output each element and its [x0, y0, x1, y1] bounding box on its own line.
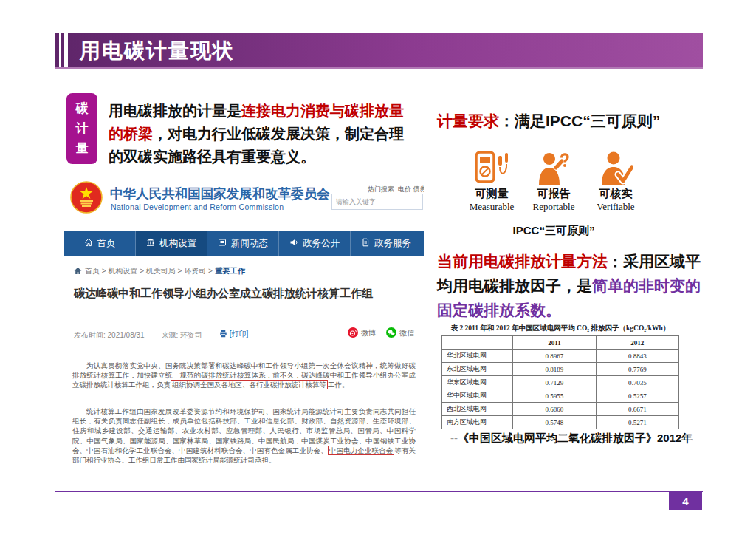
- title-stripe-icon: [59, 33, 61, 67]
- org-name-cn: 中华人民共和国国家发展和改革委员会: [110, 185, 330, 202]
- intro-paragraph: 用电碳排放的计量是连接电力消费与碳排放量的桥梁，对电力行业低碳发展决策，制定合理…: [109, 100, 413, 168]
- emission-factor-table-block: 表 2 2011 年和 2012 年中国区域电网平均 CO₂ 排放因子（kgCO…: [441, 324, 679, 429]
- principle-reportable: 可报告 Reportable: [523, 146, 584, 213]
- breadcrumb[interactable]: 首页 > 机构设置 > 机关司局 > 环资司 > 重要工作: [74, 266, 245, 276]
- org-name-en: National Development and Reform Commissi…: [111, 202, 284, 211]
- region-cell: 西北区域电网: [442, 403, 513, 416]
- table-row: 华东区域电网 0.7129 0.7035: [442, 376, 679, 389]
- article-title: 碳达峰碳中和工作领导小组办公室成立碳排放统计核算工作组: [74, 287, 413, 301]
- value-cell: 0.5257: [596, 389, 678, 403]
- source-note-text: 《中国区域电网平均二氧化碳排放因子》2012年: [458, 432, 693, 444]
- multimeter-icon: [473, 146, 510, 185]
- footer-divider: [55, 491, 703, 492]
- megaphone-icon: [289, 238, 298, 249]
- value-cell: 0.6860: [513, 403, 596, 416]
- method-paragraph: 当前用电碳排放计量方法：采用区域平均用电碳排放因子，是简单的非时变的固定碳排放系…: [437, 249, 710, 322]
- emission-table: 2011 2012 华北区域电网 0.8967 0.8843 东北区域电网 0.…: [441, 335, 679, 429]
- header-2012: 2012: [596, 336, 678, 350]
- value-cell: 0.8189: [513, 363, 596, 376]
- article-paragraph-2: 统计核算工作组由国家发展改革委资源节约和环境保护司、国家统计局能源统计司主要负责…: [72, 406, 416, 463]
- table-header-row: 2011 2012: [442, 336, 679, 350]
- print-label: [打印]: [230, 329, 249, 339]
- principle-label-cn: 可测量: [475, 187, 509, 201]
- breadcrumb-path: 首页 > 机构设置 > 机关司局 > 环资司 >: [85, 266, 213, 276]
- ndrc-website-screenshot: 中华人民共和国国家发展和改革委员会 National Development a…: [64, 176, 424, 463]
- table-row: 东北区域电网 0.8189 0.7769: [442, 363, 679, 376]
- table-row: 华北区域电网 0.8967 0.8843: [442, 350, 679, 363]
- slide-title-bar: 用电碳计量现状: [55, 33, 703, 69]
- table-row: 华中区域电网 0.5955 0.5257: [442, 389, 679, 403]
- header-2011: 2011: [513, 336, 596, 350]
- title-stripe-icon: [64, 33, 68, 67]
- region-cell: 华中区域电网: [442, 389, 513, 403]
- page-title: 用电碳计量现状: [80, 37, 235, 65]
- nav-item-services[interactable]: 政务服务: [351, 231, 422, 256]
- header-region: [442, 336, 513, 350]
- share-buttons: 微博 微信: [348, 327, 414, 339]
- nav-item-disclosure[interactable]: 政务公开: [279, 231, 351, 256]
- carbon-tag-label: 碳计量: [75, 98, 89, 158]
- principle-label-en: Reportable: [532, 201, 574, 213]
- emission-table-title: 表 2 2011 年和 2012 年中国区域电网平均 CO₂ 排放因子（kgCO…: [441, 324, 679, 333]
- principle-verifiable: 可核实 Verifiable: [585, 146, 646, 213]
- nav-item-organization[interactable]: 机构设置: [136, 231, 207, 256]
- search-input[interactable]: [331, 194, 423, 210]
- paragraph-text: 工作。: [328, 381, 349, 389]
- principle-label-cn: 可核实: [599, 187, 633, 201]
- value-cell: 0.7035: [596, 376, 678, 389]
- nav-item-news[interactable]: 新闻动态: [207, 231, 279, 256]
- value-cell: 0.7129: [513, 376, 596, 389]
- person-check-icon: [599, 146, 633, 185]
- wechat-share-button[interactable]: 微信: [386, 327, 414, 339]
- source-note: --《中国区域电网平均二氧化碳排放因子》2012年: [450, 432, 693, 446]
- breadcrumb-current: 重要工作: [216, 266, 245, 276]
- slide-canvas: 用电碳计量现状 碳计量 用电碳排放的计量是连接电力消费与碳排放量的桥梁，对电力行…: [0, 0, 756, 535]
- value-cell: 0.7769: [596, 363, 678, 376]
- table-row: 西北区域电网 0.6860 0.6671: [442, 403, 679, 416]
- region-cell: 华东区域电网: [442, 376, 513, 389]
- principle-label-en: Measurable: [470, 201, 515, 213]
- source-label: 来源: 环资司: [161, 331, 202, 339]
- site-nav: 首页 机构设置 新闻动态 政务公开 政务服务: [64, 231, 424, 256]
- nav-item-label: 政务服务: [374, 237, 411, 250]
- page-number: 4: [669, 492, 702, 510]
- principle-measurable: 可测量 Measurable: [461, 146, 522, 213]
- carbon-metering-tag: 碳计量: [66, 93, 97, 164]
- print-button[interactable]: [打印]: [219, 329, 249, 339]
- home-icon: [74, 267, 82, 276]
- bank-icon: [146, 238, 155, 249]
- principle-label-cn: 可报告: [537, 187, 571, 201]
- region-cell: 南方区域电网: [442, 416, 513, 429]
- ipcc-caption: IPCC“三可原则”: [458, 224, 650, 238]
- document-icon: [361, 238, 370, 249]
- weibo-share-button[interactable]: 微博: [348, 327, 376, 339]
- value-cell: 0.6671: [596, 403, 678, 416]
- requirements-heading-red: 计量要求: [437, 112, 499, 129]
- red-box-highlight: 组织协调全国及各地区、各行业碳排放统计核算等: [171, 380, 328, 389]
- weibo-label: 微博: [361, 328, 376, 338]
- requirements-heading-rest: ：满足IPCC“三可原则”: [499, 112, 660, 129]
- source-note-dash: --: [450, 432, 458, 444]
- red-box-highlight: 中国电力企业联合会: [328, 446, 394, 455]
- publish-date: 发布时间: 2021/08/31: [74, 331, 145, 339]
- intro-rest: ，对电力行业低碳发展决策，制定合理的双碳实施路径具有重要意义。: [109, 126, 404, 165]
- nav-item-label: 新闻动态: [231, 237, 268, 250]
- national-emblem-icon: [70, 181, 103, 217]
- value-cell: 0.5271: [596, 416, 678, 429]
- value-cell: 0.5748: [513, 416, 596, 429]
- value-cell: 0.8843: [596, 350, 678, 363]
- value-cell: 0.8967: [513, 350, 596, 363]
- weibo-icon: [348, 327, 358, 339]
- region-cell: 华北区域电网: [442, 350, 513, 363]
- article-meta: 发布时间: 2021/08/31 来源: 环资司 [打印] 微博 微信: [74, 329, 414, 341]
- intro-lead: 用电碳排放的计量是: [109, 103, 241, 119]
- printer-icon: [219, 330, 227, 339]
- nav-item-label: 政务公开: [303, 237, 340, 250]
- nav-item-home[interactable]: 首页: [64, 231, 136, 256]
- wechat-label: 微信: [399, 328, 414, 338]
- nav-item-label: 机构设置: [159, 237, 196, 250]
- requirements-heading: 计量要求：满足IPCC“三可原则”: [437, 111, 660, 132]
- wechat-icon: [386, 327, 396, 339]
- principle-label-en: Verifiable: [597, 201, 634, 213]
- nav-item-label: 首页: [97, 237, 116, 250]
